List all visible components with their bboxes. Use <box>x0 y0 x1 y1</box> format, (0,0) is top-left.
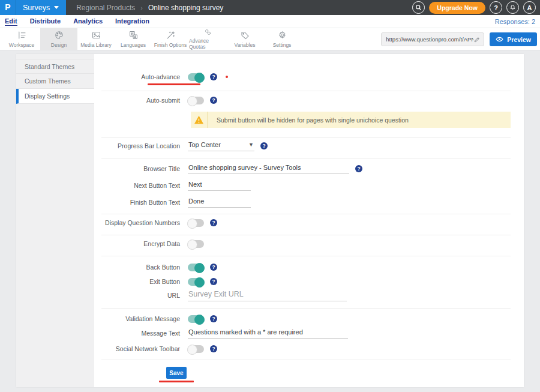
divider <box>101 91 511 91</box>
nav-tab-distribute[interactable]: Distribute <box>30 17 61 25</box>
upgrade-now-button[interactable]: Upgrade Now <box>429 2 485 14</box>
exit-button-row: Exit Button ? <box>94 274 217 289</box>
auto-submit-row: Auto-submit ? <box>94 93 217 107</box>
exit-button-toggle[interactable] <box>188 278 204 286</box>
auto-submit-label: Auto-submit <box>94 97 180 104</box>
display-settings-panel: Standard Themes Custom Themes Display Se… <box>16 54 524 387</box>
auto-advance-help-icon[interactable]: ? <box>210 73 217 80</box>
display-question-numbers-row: Display Question Numbers ? <box>94 216 217 230</box>
survey-url-input[interactable] <box>386 36 473 43</box>
languages-icon <box>128 30 139 40</box>
design-palette-icon <box>54 30 64 40</box>
chevron-down-icon <box>54 6 59 9</box>
auto-submit-help-icon[interactable]: ? <box>210 97 217 104</box>
exit-button-help-icon[interactable]: ? <box>210 278 217 285</box>
validation-message-toggle[interactable] <box>188 315 204 323</box>
auto-advance-row: Auto-advance ? <box>94 70 217 84</box>
preview-button[interactable]: Preview <box>490 32 537 46</box>
notifications-button[interactable] <box>506 1 519 14</box>
validation-message-label: Validation Message <box>94 315 180 322</box>
settings-form: Auto-advance ? Auto-submit ? Submit butt… <box>94 54 524 387</box>
media-library-icon <box>91 30 101 40</box>
toolbar-item-label: Languages <box>121 42 146 48</box>
exit-url-label: URL <box>94 292 180 299</box>
toolbar-item-workspace[interactable]: Workspace <box>3 28 40 50</box>
preview-button-label: Preview <box>507 36 531 43</box>
display-question-numbers-help-icon[interactable]: ? <box>210 219 217 226</box>
nav-tab-integration[interactable]: Integration <box>115 17 149 25</box>
design-toolbar: Workspace Design Media Library Languages… <box>0 28 540 50</box>
save-button[interactable]: Save <box>166 367 187 379</box>
breadcrumb-parent[interactable]: Regional Products <box>76 4 135 12</box>
exit-url-row: URL <box>94 288 347 303</box>
breadcrumb-current: Online shopping survey <box>148 4 223 12</box>
exit-button-label: Exit Button <box>94 278 180 285</box>
social-network-toolbar-help-icon[interactable]: ? <box>210 345 217 352</box>
divider <box>101 235 511 235</box>
search-button[interactable] <box>412 1 425 14</box>
divider <box>101 360 511 360</box>
toolbar-item-design[interactable]: Design <box>40 28 77 50</box>
surveys-menu-label: Surveys <box>23 4 50 12</box>
toolbar-item-languages[interactable]: Languages <box>115 28 152 50</box>
back-button-row: Back Button ? <box>94 260 217 274</box>
display-question-numbers-toggle[interactable] <box>188 219 204 227</box>
workspace-icon <box>17 30 27 40</box>
toolbar-item-settings[interactable]: Settings <box>263 28 301 50</box>
variables-tag-icon <box>240 30 250 40</box>
help-button[interactable]: ? <box>490 1 502 14</box>
back-button-help-icon[interactable]: ? <box>210 264 217 271</box>
finish-button-text-input[interactable] <box>188 198 251 208</box>
progress-bar-location-select[interactable]: Top Center ▼ <box>188 141 254 151</box>
toolbar-item-advance-quotas[interactable]: Advance Quotas <box>189 28 226 50</box>
auto-advance-toggle[interactable] <box>188 73 204 81</box>
toolbar-item-label: Settings <box>273 42 292 48</box>
social-network-toolbar-row: Social Network Toolbar ? <box>94 342 217 356</box>
advance-quotas-icon <box>203 28 213 36</box>
browser-title-input[interactable] <box>188 164 349 174</box>
warning-triangle-icon <box>191 115 207 124</box>
avatar[interactable]: A <box>523 1 536 14</box>
progress-bar-location-label: Progress Bar Location <box>94 142 180 149</box>
social-network-toolbar-toggle[interactable] <box>188 345 204 353</box>
toolbar-item-finish-options[interactable]: Finish Options <box>152 28 189 50</box>
eye-icon <box>496 36 503 43</box>
toolbar-item-label: Design <box>51 42 67 48</box>
message-text-row: Message Text <box>94 326 348 340</box>
finish-options-wand-icon <box>166 30 176 40</box>
divider <box>101 308 511 309</box>
responses-count-link[interactable]: Responses: 2 <box>495 18 535 25</box>
sidebar-item-custom-themes[interactable]: Custom Themes <box>16 74 94 89</box>
divider <box>101 137 511 138</box>
sidebar-item-standard-themes[interactable]: Standard Themes <box>16 59 94 74</box>
toolbar-item-variables[interactable]: Variables <box>226 28 263 50</box>
survey-nav: Edit Distribute Analytics Integration Re… <box>0 15 540 28</box>
exit-url-input[interactable] <box>188 290 347 301</box>
encrypt-data-toggle[interactable] <box>188 240 204 248</box>
questionpro-logo: P <box>0 0 16 15</box>
finish-button-text-label: Finish Button Text <box>94 199 180 206</box>
encrypt-data-label: Encrypt Data <box>94 240 180 247</box>
back-button-toggle[interactable] <box>188 264 204 271</box>
message-text-input[interactable] <box>188 328 348 339</box>
next-button-text-input[interactable] <box>188 181 251 191</box>
toolbar-item-label: Variables <box>235 42 256 48</box>
surveys-menu[interactable]: Surveys <box>16 4 66 12</box>
nav-tab-edit[interactable]: Edit <box>5 17 17 26</box>
browser-title-help-icon[interactable]: ? <box>355 165 362 172</box>
edit-url-button[interactable] <box>473 36 481 43</box>
nav-tab-analytics[interactable]: Analytics <box>73 17 103 25</box>
next-button-text-label: Next Button Text <box>94 182 180 189</box>
survey-url-box <box>381 32 484 46</box>
progress-bar-help-icon[interactable]: ? <box>260 142 268 149</box>
themes-sidebar: Standard Themes Custom Themes Display Se… <box>16 54 94 387</box>
divider <box>101 256 511 256</box>
validation-message-help-icon[interactable]: ? <box>210 315 217 322</box>
browser-title-row: Browser Title ? <box>94 161 362 176</box>
back-button-label: Back Button <box>94 264 180 271</box>
auto-submit-toggle[interactable] <box>188 97 204 104</box>
sidebar-item-display-settings[interactable]: Display Settings <box>16 89 94 104</box>
toolbar-item-media-library[interactable]: Media Library <box>77 28 115 50</box>
share-group: Preview <box>381 32 537 46</box>
settings-gear-icon <box>277 30 287 40</box>
